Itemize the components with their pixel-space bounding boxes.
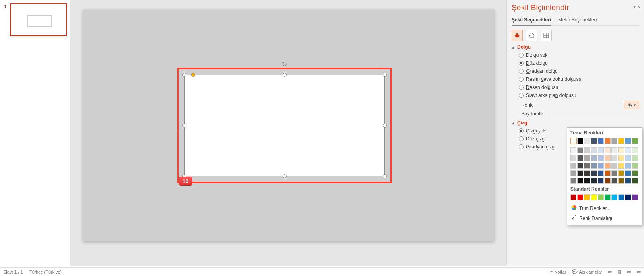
color-swatch[interactable] (625, 178, 631, 184)
resize-handle-s[interactable] (283, 174, 287, 178)
resize-handle-ne[interactable] (383, 73, 387, 77)
color-swatch[interactable] (577, 170, 583, 176)
color-swatch[interactable] (591, 147, 597, 153)
fill-slidebg-radio[interactable]: Slayt arka plan dolgusu (519, 93, 639, 98)
resize-handle-e[interactable] (383, 124, 387, 128)
color-swatch[interactable] (591, 155, 597, 161)
effects-icon[interactable] (526, 30, 537, 41)
color-swatch[interactable] (618, 178, 624, 184)
fill-line-icon[interactable] (512, 30, 523, 41)
color-swatch[interactable] (605, 155, 611, 161)
color-swatch[interactable] (625, 147, 631, 153)
color-swatch[interactable] (625, 194, 631, 200)
color-swatch[interactable] (618, 194, 624, 200)
resize-handle-w[interactable] (182, 124, 186, 128)
selected-shape[interactable]: ↻ 10 (184, 75, 385, 176)
rectangle-shape[interactable] (184, 75, 385, 176)
status-notes-button[interactable]: ≡Notlar (550, 270, 566, 274)
color-swatch[interactable] (611, 178, 617, 184)
color-swatch[interactable] (584, 170, 590, 176)
color-swatch[interactable] (570, 155, 576, 161)
fill-picture-radio[interactable]: Resim veya doku dolgusu (519, 76, 639, 82)
color-swatch[interactable] (577, 178, 583, 184)
color-swatch[interactable] (611, 163, 617, 169)
color-swatch[interactable] (632, 178, 638, 184)
color-swatch[interactable] (570, 163, 576, 169)
color-swatch[interactable] (591, 138, 597, 144)
status-language[interactable]: Türkçe (Türkiye) (29, 270, 62, 274)
color-swatch[interactable] (605, 163, 611, 169)
color-swatch[interactable] (598, 194, 604, 200)
view-reading-icon[interactable]: ▭ (627, 269, 631, 274)
fill-solid-radio[interactable]: Düz dolgu (519, 60, 639, 66)
color-swatch[interactable] (591, 194, 597, 200)
color-swatch[interactable] (605, 178, 611, 184)
color-swatch[interactable] (584, 155, 590, 161)
resize-handle-nw[interactable] (182, 73, 186, 77)
color-swatch[interactable] (618, 147, 624, 153)
view-sorter-icon[interactable]: ▦ (617, 269, 621, 274)
fill-color-button[interactable]: ▼ (624, 101, 639, 109)
color-swatch[interactable] (625, 155, 631, 161)
color-swatch[interactable] (611, 155, 617, 161)
color-swatch[interactable] (570, 170, 576, 176)
color-swatch[interactable] (605, 170, 611, 176)
color-swatch[interactable] (598, 138, 604, 144)
color-swatch[interactable] (618, 155, 624, 161)
color-swatch[interactable] (577, 163, 583, 169)
color-swatch[interactable] (598, 147, 604, 153)
color-swatch[interactable] (570, 138, 576, 144)
color-swatch[interactable] (591, 170, 597, 176)
color-swatch[interactable] (625, 138, 631, 144)
color-swatch[interactable] (611, 170, 617, 176)
color-swatch[interactable] (584, 163, 590, 169)
fill-header[interactable]: Dolgu (512, 44, 639, 50)
view-slideshow-icon[interactable]: ▭ (637, 269, 641, 274)
status-comments-button[interactable]: 💬Açıklamalar (572, 269, 602, 274)
status-slide-indicator[interactable]: Slayt 1 / 1 (3, 270, 23, 274)
color-swatch[interactable] (570, 178, 576, 184)
color-swatch[interactable] (625, 170, 631, 176)
tab-shape-options[interactable]: Şekil Seçenekleri (512, 15, 551, 26)
color-swatch[interactable] (577, 155, 583, 161)
color-swatch[interactable] (632, 194, 638, 200)
fill-gradient-radio[interactable]: Gradyan dolgu (519, 68, 639, 74)
color-swatch[interactable] (611, 138, 617, 144)
color-swatch[interactable] (598, 178, 604, 184)
color-swatch[interactable] (591, 163, 597, 169)
color-swatch[interactable] (570, 194, 576, 200)
color-swatch[interactable] (598, 155, 604, 161)
color-swatch[interactable] (598, 163, 604, 169)
slide-canvas-area[interactable]: ↻ 10 (70, 0, 506, 266)
size-properties-icon[interactable] (541, 30, 552, 41)
line-header[interactable]: Çizgi (512, 120, 639, 126)
color-swatch[interactable] (577, 147, 583, 153)
color-swatch[interactable] (618, 163, 624, 169)
fill-none-radio[interactable]: Dolgu yok (519, 52, 639, 58)
color-swatch[interactable] (605, 147, 611, 153)
thumbnail-pane[interactable]: 1 (0, 0, 70, 266)
slide-thumbnail[interactable]: 1 (10, 3, 67, 36)
color-swatch[interactable] (605, 194, 611, 200)
color-swatch[interactable] (570, 147, 576, 153)
color-swatch[interactable] (605, 138, 611, 144)
color-swatch[interactable] (598, 170, 604, 176)
fill-pattern-radio[interactable]: Desen dolgusu (519, 84, 639, 90)
panel-close-icon[interactable]: ▾ ✕ (633, 4, 641, 10)
color-swatch[interactable] (584, 178, 590, 184)
color-swatch[interactable] (632, 163, 638, 169)
view-normal-icon[interactable]: ▭ (608, 269, 612, 274)
transparency-slider[interactable] (548, 114, 638, 114)
tab-text-options[interactable]: Metin Seçenekleri (558, 15, 597, 25)
color-swatch[interactable] (632, 147, 638, 153)
color-swatch[interactable] (584, 194, 590, 200)
rotate-handle-icon[interactable]: ↻ (281, 60, 288, 68)
color-swatch[interactable] (611, 194, 617, 200)
color-swatch[interactable] (632, 170, 638, 176)
adjustment-handle[interactable] (191, 73, 195, 77)
color-swatch[interactable] (618, 138, 624, 144)
color-swatch[interactable] (577, 194, 583, 200)
color-swatch[interactable] (618, 170, 624, 176)
more-colors-item[interactable]: Tüm Renkler... (570, 203, 639, 213)
color-swatch[interactable] (611, 147, 617, 153)
